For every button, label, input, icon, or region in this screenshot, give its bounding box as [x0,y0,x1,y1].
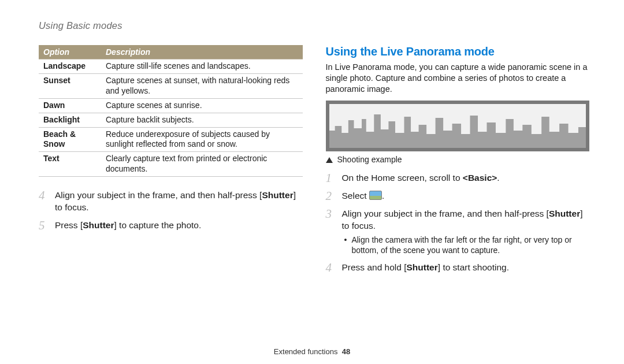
section-heading: Using the Live Panorama mode [326,45,590,58]
table-row: LandscapeCapture still-life scenes and l… [39,60,303,74]
step-item: 2Select . [326,190,590,202]
right-column: Using the Live Panorama mode In Live Pan… [326,45,590,280]
step-number: 2 [326,190,334,202]
table-row: Beach & SnowReduce underexposure of subj… [39,127,303,152]
page-header: Using Basic modes [39,20,122,31]
option-description: Clearly capture text from printed or ele… [101,152,303,177]
th-option: Option [39,45,101,60]
step-item: 4Align your subject in the frame, and th… [39,190,303,214]
step-item: 4Press and hold [Shutter] to start shoot… [326,262,590,274]
step-number: 4 [326,262,334,274]
option-description: Capture backlit subjects. [101,113,303,127]
option-name: Dawn [39,98,101,113]
option-name: Text [39,152,101,177]
step-text: Press and hold [Shutter] to start shooti… [342,262,509,274]
th-description: Description [101,45,303,60]
option-name: Sunset [39,73,101,98]
option-description: Capture still-life scenes and landscapes… [101,60,303,74]
option-description: Reduce underexposure of subjects caused … [101,127,303,152]
panorama-icon [369,191,382,200]
step-text: On the Home screen, scroll to <Basic>. [342,172,500,184]
page-footer: Extended functions 48 [0,347,624,356]
section-intro: In Live Panorama mode, you can capture a… [326,62,590,95]
bold-text: Shutter [262,190,293,200]
step-text: Press [Shutter] to capture the photo. [55,220,201,232]
bold-text: Shutter [549,209,580,218]
option-name: Backlight [39,113,101,127]
table-row: SunsetCapture scenes at sunset, with nat… [39,73,303,98]
options-table: Option Description LandscapeCapture stil… [39,45,303,177]
step-number: 4 [39,190,47,202]
table-row: TextClearly capture text from printed or… [39,152,303,177]
step-number: 5 [39,220,47,232]
step-text: Align your subject in the frame, and the… [342,208,590,255]
step-item: 1On the Home screen, scroll to <Basic>. [326,172,590,184]
bold-text: Shutter [407,262,438,272]
step-text: Align your subject in the frame, and the… [55,190,303,214]
bold-text: Shutter [83,220,114,230]
option-name: Landscape [39,60,101,74]
table-row: DawnCapture scenes at sunrise. [39,98,303,113]
step-sub-bullets: Align the camera with the far left or th… [342,235,590,255]
left-column: Option Description LandscapeCapture stil… [39,45,303,280]
table-row: BacklightCapture backlit subjects. [39,113,303,127]
triangle-up-icon [326,157,333,163]
option-description: Capture scenes at sunrise. [101,98,303,113]
panorama-example-frame [326,101,590,151]
option-name: Beach & Snow [39,127,101,152]
example-caption: Shooting example [326,155,590,164]
step-number: 1 [326,172,334,184]
step-text: Select . [342,190,385,202]
step-item: 3Align your subject in the frame, and th… [326,208,590,255]
step-item: 5Press [Shutter] to capture the photo. [39,220,303,232]
bold-text: <Basic> [463,173,497,183]
option-description: Capture scenes at sunset, with natural-l… [101,73,303,98]
panorama-example-image [329,104,586,148]
sub-bullet: Align the camera with the far left or th… [344,235,590,255]
step-number: 3 [326,208,334,220]
